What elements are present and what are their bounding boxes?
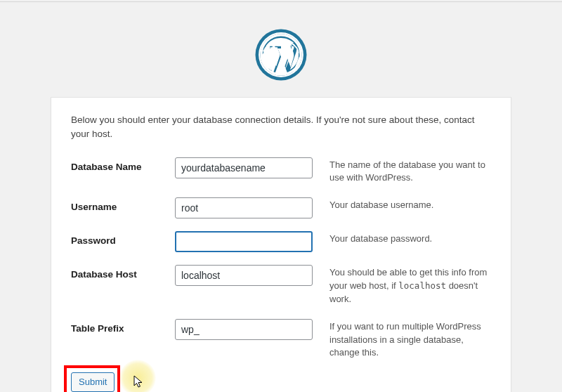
label-table-prefix: Table Prefix: [71, 319, 175, 334]
label-database-name: Database Name: [71, 157, 175, 172]
input-username[interactable]: [175, 197, 313, 218]
desc-password: Your database password.: [314, 231, 491, 246]
wordpress-logo-icon: [254, 28, 308, 81]
label-database-host: Database Host: [71, 265, 175, 280]
desc-database-host: You should be able to get this info from…: [314, 265, 491, 306]
row-table-prefix: Table Prefix If you want to run multiple…: [71, 319, 491, 360]
input-database-name[interactable]: [175, 157, 313, 178]
desc-username: Your database username.: [314, 197, 491, 212]
desc-table-prefix: If you want to run multiple WordPress in…: [314, 319, 491, 360]
submit-container: Submit: [71, 372, 491, 392]
logo-container: [0, 0, 562, 97]
row-database-host: Database Host You should be able to get …: [71, 265, 491, 306]
intro-text: Below you should enter your database con…: [71, 113, 491, 142]
label-username: Username: [71, 197, 175, 212]
submit-button[interactable]: Submit: [71, 372, 115, 392]
input-password[interactable]: [175, 231, 313, 252]
input-database-host[interactable]: [175, 265, 313, 286]
desc-database-name: The name of the database you want to use…: [314, 157, 491, 185]
row-database-name: Database Name The name of the database y…: [71, 157, 491, 185]
input-table-prefix[interactable]: [175, 319, 313, 340]
label-password: Password: [71, 231, 175, 246]
row-password: Password Your database password.: [71, 231, 491, 252]
setup-panel: Below you should enter your database con…: [51, 97, 511, 392]
code-localhost: localhost: [398, 280, 446, 291]
row-username: Username Your database username.: [71, 197, 491, 218]
top-divider: [0, 1, 562, 2]
